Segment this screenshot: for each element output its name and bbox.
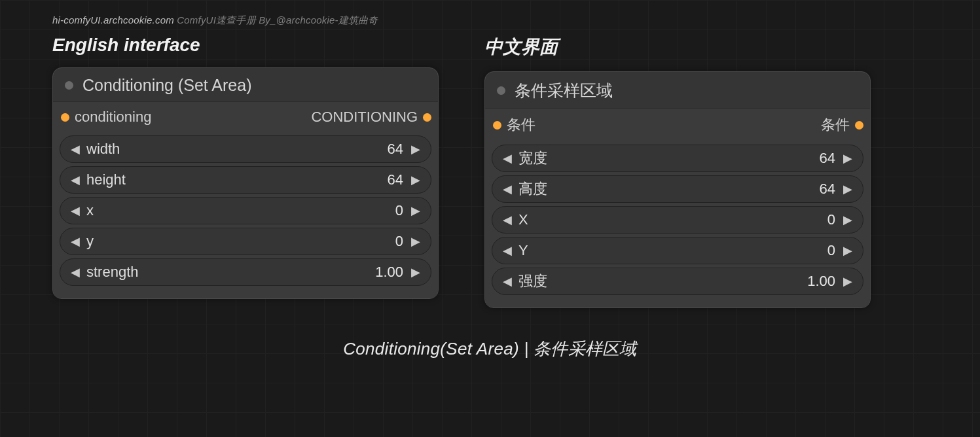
output-socket-icon[interactable] [855, 121, 863, 130]
param-label: Y [518, 242, 827, 259]
credit-site: hi-comfyUI.archcookie.com [52, 14, 174, 26]
chevron-left-icon[interactable]: ◀ [68, 265, 82, 279]
param-value[interactable]: 64 [820, 181, 835, 198]
param-value[interactable]: 64 [388, 171, 403, 188]
param-value[interactable]: 0 [827, 242, 835, 259]
chevron-right-icon[interactable]: ▶ [408, 142, 423, 156]
input-label: conditioning [75, 109, 151, 126]
io-row: 条件 条件 [492, 113, 863, 141]
param-x[interactable]: ◀ X 0 ▶ [492, 206, 863, 234]
param-value[interactable]: 1.00 [375, 264, 403, 281]
chevron-left-icon[interactable]: ◀ [500, 243, 515, 258]
chevron-left-icon[interactable]: ◀ [68, 142, 82, 156]
chevron-left-icon[interactable]: ◀ [500, 213, 515, 227]
param-label: y [86, 233, 395, 250]
param-height[interactable]: ◀ 高度 64 ▶ [492, 175, 863, 203]
left-heading: English interface [52, 35, 439, 56]
chevron-left-icon[interactable]: ◀ [500, 182, 515, 196]
node-chinese[interactable]: 条件采样区域 条件 条件 ◀ [484, 71, 871, 308]
chevron-left-icon[interactable]: ◀ [500, 274, 515, 288]
param-value[interactable]: 64 [820, 150, 835, 167]
param-width[interactable]: ◀ 宽度 64 ▶ [492, 145, 863, 172]
param-y[interactable]: ◀ y 0 ▶ [60, 228, 431, 255]
param-strength[interactable]: ◀ strength 1.00 ▶ [60, 258, 431, 286]
param-x[interactable]: ◀ x 0 ▶ [60, 197, 431, 224]
output-socket-icon[interactable] [423, 113, 431, 122]
chevron-right-icon[interactable]: ▶ [408, 265, 423, 279]
input-socket-icon[interactable] [61, 113, 69, 122]
chevron-left-icon[interactable]: ◀ [68, 173, 82, 187]
chevron-right-icon[interactable]: ▶ [408, 173, 423, 187]
param-label: 高度 [518, 179, 820, 199]
chevron-right-icon[interactable]: ▶ [408, 234, 423, 249]
node-title: Conditioning (Set Area) [82, 76, 251, 95]
param-strength[interactable]: ◀ 强度 1.00 ▶ [492, 268, 863, 295]
chevron-right-icon[interactable]: ▶ [408, 203, 423, 218]
right-heading: 中文界面 [484, 35, 871, 60]
credit-line: hi-comfyUI.archcookie.com ComfyUI速查手册 By… [52, 14, 928, 27]
credit-rest: ComfyUI速查手册 By_@archcookie-建筑曲奇 [174, 14, 378, 26]
chevron-right-icon[interactable]: ▶ [841, 243, 855, 258]
param-label: height [86, 171, 388, 188]
node-title: 条件采样区域 [515, 80, 613, 101]
collapse-dot-icon[interactable] [65, 81, 73, 90]
chevron-right-icon[interactable]: ▶ [841, 213, 855, 227]
param-value[interactable]: 0 [395, 233, 403, 250]
param-label: 宽度 [518, 149, 820, 168]
param-label: X [518, 211, 827, 228]
chevron-right-icon[interactable]: ▶ [841, 274, 855, 288]
input-label: 条件 [507, 115, 535, 135]
param-label: x [86, 202, 395, 219]
param-width[interactable]: ◀ width 64 ▶ [60, 135, 431, 163]
param-label: width [86, 141, 388, 158]
param-value[interactable]: 1.00 [807, 273, 835, 290]
io-row: conditioning CONDITIONING [60, 106, 431, 132]
param-label: 强度 [518, 271, 807, 291]
node-header[interactable]: Conditioning (Set Area) [53, 68, 438, 102]
collapse-dot-icon[interactable] [497, 86, 505, 95]
chevron-right-icon[interactable]: ▶ [841, 151, 855, 166]
param-y[interactable]: ◀ Y 0 ▶ [492, 237, 863, 264]
input-socket-icon[interactable] [493, 121, 501, 130]
footer-caption: Conditioning(Set Area) | 条件采样区域 [52, 338, 928, 360]
param-value[interactable]: 64 [388, 141, 403, 158]
chevron-left-icon[interactable]: ◀ [68, 203, 82, 218]
chevron-right-icon[interactable]: ▶ [841, 182, 855, 196]
node-header[interactable]: 条件采样区域 [485, 72, 870, 109]
chevron-left-icon[interactable]: ◀ [68, 234, 82, 249]
param-value[interactable]: 0 [395, 202, 403, 219]
param-height[interactable]: ◀ height 64 ▶ [60, 166, 431, 194]
output-label: 条件 [821, 115, 850, 135]
param-label: strength [86, 264, 375, 281]
chevron-left-icon[interactable]: ◀ [500, 151, 515, 166]
param-value[interactable]: 0 [827, 211, 835, 228]
output-label: CONDITIONING [311, 109, 418, 126]
node-english[interactable]: Conditioning (Set Area) conditioning CON… [52, 67, 439, 299]
